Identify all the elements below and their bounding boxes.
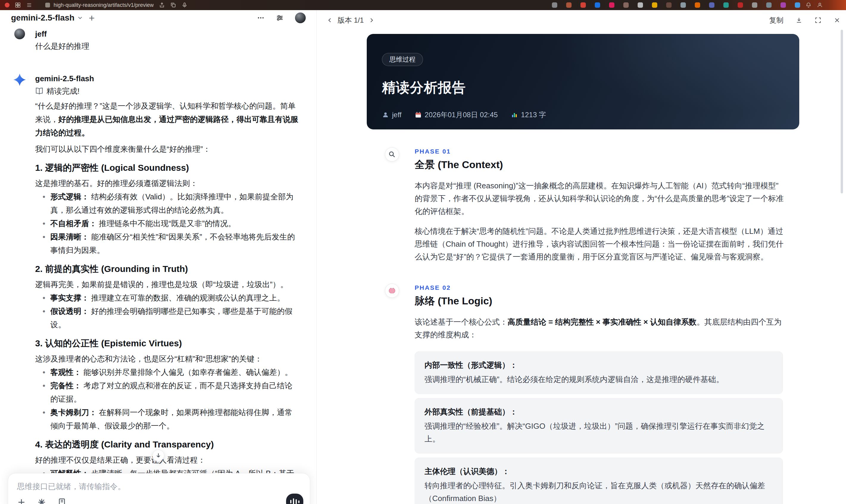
person-icon xyxy=(382,111,389,119)
section-heading: 2. 前提的真实性 (Grounding in Truth) xyxy=(35,263,300,275)
sparkle-icon[interactable] xyxy=(37,498,46,504)
section-intro: 这涉及推理者的心态和方法论，也是区分“杠精”和“思想家”的关键： xyxy=(35,352,300,366)
list-item: 客观性： 能够识别并尽量排除个人偏见（如幸存者偏差、确认偏差）。 xyxy=(35,366,300,379)
user-message: jeff 什么是好的推理 xyxy=(13,29,300,52)
list-item: 事实支撑： 推理建立在可靠的数据、准确的观测或公认的真理之上。 xyxy=(35,291,300,305)
phase-body: 本内容是对“推理 (Reasoning)”这一抽象概念的高层建模。在知识爆炸与人… xyxy=(415,179,785,263)
artifact-document: 思维过程 精读分析报告 jeff 2026年01月08日 02:45 1213 … xyxy=(367,34,799,504)
report-meta: jeff 2026年01月08日 02:45 1213 字 xyxy=(382,110,782,120)
extension-icon[interactable] xyxy=(609,2,614,8)
expand-icon[interactable] xyxy=(814,17,822,24)
extension-icon[interactable] xyxy=(752,2,757,8)
section-heading: 3. 认知的公正性 (Epistemic Virtues) xyxy=(35,337,300,349)
plus-icon[interactable] xyxy=(17,498,26,504)
user-profile-avatar[interactable] xyxy=(295,13,306,23)
tab-favicon-icon xyxy=(45,3,50,7)
list-item: 奥卡姆剃刀： 在解释同一个现象时，如果两种推理都能站得住脚，通常倾向于最简单、假… xyxy=(35,406,300,433)
copy-link-icon[interactable] xyxy=(170,2,176,8)
extension-icon[interactable] xyxy=(638,2,643,8)
share-icon[interactable] xyxy=(159,2,165,8)
user-avatar xyxy=(14,29,25,39)
list-item: 完备性： 考虑了对立的观点和潜在的反证，而不是只选择支持自己结论的证据。 xyxy=(35,379,300,406)
reading-status: 精读完成! xyxy=(35,86,300,96)
extension-icon[interactable] xyxy=(595,2,600,8)
extension-icon[interactable] xyxy=(623,2,629,8)
list-item: 因果清晰： 能准确区分“相关性”和“因果关系”，不会轻率地将先后发生的事情归为因… xyxy=(35,230,300,257)
brain-icon xyxy=(385,284,399,298)
artifact-panel: 版本 1/1 复制 思维过程 精读分析报告 jeff xyxy=(317,10,846,504)
phase-title: 脉络 (The Logic) xyxy=(415,294,799,308)
section-intro: 这是推理的基石。好的推理必须遵循逻辑法则： xyxy=(35,177,300,190)
bullet-list: 形式逻辑： 结构必须有效（Valid）。比如演绎推理中，如果前提全部为真，那么通… xyxy=(35,190,300,257)
window-close-button[interactable] xyxy=(5,3,10,7)
dimension-card: 外部真实性（前提基础）： 强调推理的“经验校准”。解决“GIGO（垃圾进，垃圾出… xyxy=(415,398,783,453)
extension-icon[interactable] xyxy=(681,2,686,8)
assistant-name: gemini-2.5-flash xyxy=(35,73,300,84)
report-header: 思维过程 精读分析报告 jeff 2026年01月08日 02:45 1213 … xyxy=(367,34,799,129)
bullet-list: 客观性： 能够识别并尽量排除个人偏见（如幸存者偏差、确认偏差）。 完备性： 考虑… xyxy=(35,366,300,433)
list-item: 假设透明： 好的推理会明确指明哪些是已知事实，哪些是基于可能的假设。 xyxy=(35,305,300,331)
scroll-to-bottom-button[interactable] xyxy=(153,450,164,462)
address-text: high-quality-reasoning/artifacts/v1/prev… xyxy=(54,2,154,8)
chat-composer xyxy=(8,473,310,504)
extension-icon[interactable] xyxy=(566,2,571,8)
dimension-card: 主体伦理（认识美德）： 转向推理者的心理特征。引入奥卡姆剃刀和反向论证，旨在克服… xyxy=(415,457,783,504)
extension-icon[interactable] xyxy=(552,2,557,8)
extension-icon[interactable] xyxy=(709,2,715,8)
report-title: 精读分析报告 xyxy=(382,78,782,97)
extension-icon[interactable] xyxy=(580,2,586,8)
magnifier-icon xyxy=(385,147,399,162)
extension-icon[interactable] xyxy=(652,2,657,8)
notifications-icon[interactable] xyxy=(806,2,811,8)
close-icon[interactable] xyxy=(833,17,841,24)
extension-icon[interactable] xyxy=(780,2,786,8)
extension-icon[interactable] xyxy=(666,2,672,8)
artifact-toolbar: 版本 1/1 复制 xyxy=(326,14,841,26)
chat-panel: gemini-2.5-flash + jeff 什么是好的推理 xyxy=(0,10,317,504)
paragraph: 我们可以从以下四个维度来衡量什么是“好的推理”： xyxy=(35,143,300,156)
version-next-icon[interactable] xyxy=(368,17,375,24)
download-icon[interactable] xyxy=(795,17,803,24)
date-meta: 2026年01月08日 02:45 xyxy=(415,110,498,120)
phase-title: 全景 (The Context) xyxy=(415,158,799,172)
notebook-icon[interactable] xyxy=(57,498,66,504)
author-meta: jeff xyxy=(382,111,402,119)
paragraph: 本内容是对“推理 (Reasoning)”这一抽象概念的高层建模。在知识爆炸与人… xyxy=(415,179,785,218)
tab-overview-icon[interactable] xyxy=(15,2,21,8)
bullet-list: 事实支撑： 推理建立在可靠的数据、准确的观测或公认的真理之上。 假设透明： 好的… xyxy=(35,291,300,331)
copy-button[interactable]: 复制 xyxy=(769,16,783,25)
voice-input-button[interactable] xyxy=(286,493,303,504)
more-options-icon[interactable] xyxy=(257,14,265,22)
settings-sliders-icon[interactable] xyxy=(276,14,284,22)
extension-icon[interactable] xyxy=(723,2,729,8)
conversation-title[interactable]: gemini-2.5-flash xyxy=(11,13,74,23)
arrow-down-icon xyxy=(155,452,162,459)
voice-search-icon[interactable] xyxy=(181,2,188,8)
user-message-text: 什么是好的推理 xyxy=(35,40,89,52)
chevron-down-icon[interactable] xyxy=(77,15,83,21)
section-heading: 4. 表达的透明度 (Clarity and Transparency) xyxy=(35,438,300,450)
chat-header: gemini-2.5-flash + xyxy=(0,10,316,25)
paragraph: “什么是好的推理？”这是一个涉及逻辑学、认知科学和哲学核心的问题。简单来说，好的… xyxy=(35,100,300,140)
extension-icon[interactable] xyxy=(795,2,800,8)
paragraph: 核心情境在于解决“思考的随机性”问题。不论是人类通过批判性思维进行决策，还是大语… xyxy=(415,225,785,263)
extension-icon[interactable] xyxy=(695,2,700,8)
list-item: 形式逻辑： 结构必须有效（Valid）。比如演绎推理中，如果前提全部为真，那么通… xyxy=(35,190,300,217)
address-bar[interactable]: high-quality-reasoning/artifacts/v1/prev… xyxy=(45,2,154,8)
paragraph: 该论述基于一个核心公式：高质量结论 = 结构完整性 × 事实准确性 × 认知自律… xyxy=(415,316,785,341)
reading-status-text: 精读完成! xyxy=(47,86,80,96)
chat-messages: jeff 什么是好的推理 gemini-2.5-flash 精读完成! xyxy=(0,25,316,493)
browser-menu-icon[interactable] xyxy=(26,2,32,8)
version-prev-icon[interactable] xyxy=(326,17,333,24)
calendar-icon xyxy=(415,111,422,119)
extension-icon[interactable] xyxy=(738,2,743,8)
user-name: jeff xyxy=(35,29,89,39)
scrollbar-thumb[interactable] xyxy=(841,30,843,193)
new-topic-button[interactable]: + xyxy=(89,13,95,23)
book-icon xyxy=(35,87,43,95)
extension-icon[interactable] xyxy=(766,2,772,8)
chat-input[interactable] xyxy=(17,481,208,492)
assistant-message-body: “什么是好的推理？”这是一个涉及逻辑学、认知科学和哲学核心的问题。简单来说，好的… xyxy=(35,100,300,493)
profile-icon[interactable] xyxy=(817,2,823,8)
list-item: 不自相矛盾： 推理链条中不能出现“既是又非”的情况。 xyxy=(35,217,300,230)
